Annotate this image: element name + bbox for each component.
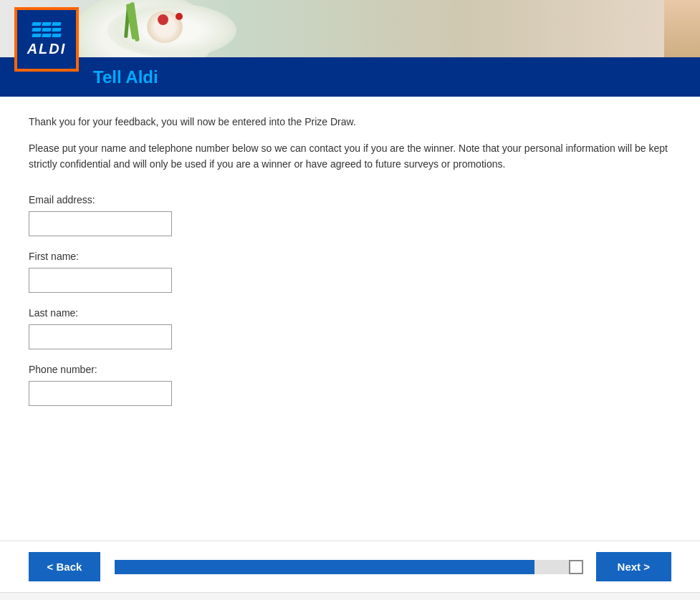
phone-input[interactable]	[29, 381, 172, 406]
aldi-logo: ALDI	[14, 7, 79, 72]
intro-text: Thank you for your feedback, you will no…	[29, 115, 671, 130]
progress-bar-container	[115, 560, 582, 574]
back-button[interactable]: < Back	[29, 552, 100, 581]
email-label: Email address:	[29, 194, 671, 205]
info-text: Please put your name and telephone numbe…	[29, 140, 671, 173]
firstname-label: First name:	[29, 251, 671, 262]
footer: Privacy Policy | Terms & Conditions | Pr…	[0, 592, 700, 600]
progress-indicator	[569, 560, 583, 574]
email-input[interactable]	[29, 211, 172, 236]
aldi-logo-text: ALDI	[27, 41, 67, 57]
lastname-input[interactable]	[29, 324, 172, 349]
phone-label: Phone number:	[29, 364, 671, 375]
main-content: Thank you for your feedback, you will no…	[0, 97, 700, 541]
email-form-group: Email address:	[29, 194, 671, 236]
lastname-form-group: Last name:	[29, 307, 671, 349]
progress-bar-fill	[115, 560, 534, 574]
firstname-input[interactable]	[29, 268, 172, 293]
phone-form-group: Phone number:	[29, 364, 671, 406]
header-title: Tell Aldi	[93, 67, 158, 87]
next-button[interactable]: Next >	[596, 552, 671, 581]
progress-bar-track	[115, 560, 582, 574]
firstname-form-group: First name:	[29, 251, 671, 293]
navigation-bar: < Back Next >	[0, 541, 700, 592]
top-food-image	[0, 0, 700, 57]
lastname-label: Last name:	[29, 307, 671, 319]
header: Tell Aldi	[0, 57, 700, 97]
